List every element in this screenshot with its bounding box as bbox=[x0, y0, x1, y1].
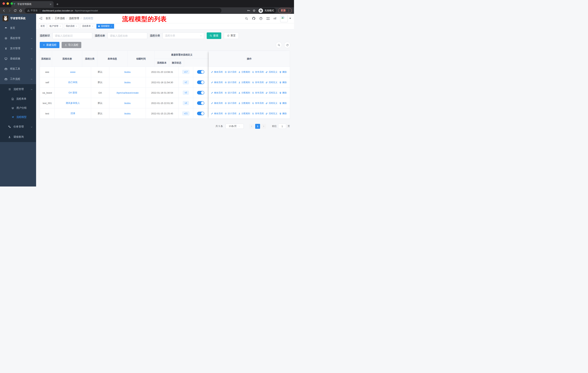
edit-process-link[interactable]: 修改流程 bbox=[211, 71, 223, 74]
sidebar-item-system[interactable]: 系统管理 bbox=[0, 33, 36, 43]
refresh-table-button[interactable] bbox=[284, 42, 290, 48]
home-button[interactable] bbox=[19, 9, 22, 12]
edit-process-link[interactable]: 修改流程 bbox=[211, 81, 223, 84]
search-icon[interactable] bbox=[245, 17, 248, 20]
process-definition-link[interactable]: 流程定义 bbox=[266, 102, 277, 105]
assign-rule-link[interactable]: 分配规则 bbox=[238, 81, 250, 84]
help-icon[interactable] bbox=[259, 17, 263, 20]
prev-page-button[interactable] bbox=[249, 124, 254, 129]
tab-close-icon[interactable] bbox=[49, 3, 52, 5]
browser-tab[interactable]: 芋道管理系统 bbox=[11, 1, 53, 7]
edit-process-link[interactable]: 修改流程 bbox=[211, 112, 223, 115]
sidebar-fold-icon[interactable] bbox=[39, 17, 43, 20]
address-bar[interactable]: 不安全 dashboard.yudao.iocoder.cn/bpm/manag… bbox=[25, 8, 221, 13]
user-avatar-menu[interactable] bbox=[280, 15, 291, 22]
assign-rule-link[interactable]: 分配规则 bbox=[238, 71, 250, 74]
status-toggle[interactable] bbox=[197, 112, 204, 115]
status-toggle[interactable] bbox=[197, 70, 204, 74]
process-definition-link[interactable]: 流程定义 bbox=[266, 71, 277, 74]
create-process-button[interactable]: 新建流程 bbox=[40, 42, 59, 48]
delete-link[interactable]: 删除 bbox=[279, 91, 287, 94]
goto-page-input[interactable] bbox=[278, 124, 286, 129]
close-icon[interactable] bbox=[92, 25, 94, 27]
sidebar-item-process-mgmt[interactable]: 流程管理 bbox=[0, 84, 36, 94]
window-minimize-button[interactable] bbox=[7, 2, 9, 5]
bookmark-star-icon[interactable] bbox=[252, 9, 256, 12]
form-link[interactable]: /bpm/oa/leave/create bbox=[116, 91, 138, 94]
sidebar-item-devtools[interactable]: 研发工具 bbox=[0, 64, 36, 74]
menu-dots-icon[interactable] bbox=[287, 9, 290, 12]
security-warning[interactable]: 不安全 bbox=[27, 9, 38, 12]
import-process-button[interactable]: 导入流程 bbox=[62, 42, 81, 48]
font-size-icon[interactable]: ᴛT bbox=[273, 17, 276, 20]
breadcrumb-workflow[interactable]: 工作流程 bbox=[55, 17, 65, 20]
delete-link[interactable]: 删除 bbox=[279, 102, 287, 105]
page-1-button[interactable]: 1 bbox=[255, 124, 260, 129]
form-link[interactable]: biubiu bbox=[124, 102, 131, 105]
tag-tenant-mgmt[interactable]: 租户管理 bbox=[48, 24, 63, 29]
sidebar-item-home[interactable]: 首页 bbox=[0, 23, 36, 33]
tag-process-model[interactable]: 流程模型 bbox=[96, 24, 114, 29]
sidebar-item-leave-query[interactable]: 请假查询 bbox=[0, 132, 36, 142]
status-toggle[interactable] bbox=[197, 91, 204, 94]
form-link[interactable]: biubiu bbox=[124, 81, 131, 84]
assign-rule-link[interactable]: 分配规则 bbox=[238, 102, 250, 105]
version-badge[interactable]: v17 bbox=[182, 70, 189, 74]
form-link[interactable]: biubiu bbox=[124, 112, 131, 115]
search-button[interactable]: 搜索 bbox=[207, 32, 221, 39]
sidebar-item-task-mgmt[interactable]: 任务管理 bbox=[0, 122, 36, 132]
new-tab-button[interactable] bbox=[55, 1, 60, 7]
publish-process-link[interactable]: 发布流程 bbox=[252, 71, 264, 74]
assign-rule-link[interactable]: 分配规则 bbox=[238, 112, 250, 115]
process-definition-link[interactable]: 流程定义 bbox=[266, 91, 277, 94]
tag-home[interactable]: 首页 bbox=[39, 24, 47, 29]
process-name-link[interactable]: OA 请假 bbox=[69, 91, 77, 94]
close-icon[interactable] bbox=[76, 25, 77, 27]
window-controls[interactable] bbox=[2, 2, 13, 5]
status-toggle[interactable] bbox=[197, 81, 204, 84]
edit-process-link[interactable]: 修改流程 bbox=[211, 91, 223, 94]
publish-process-link[interactable]: 发布流程 bbox=[252, 112, 264, 115]
sidebar-item-user-group[interactable]: 用户分组 bbox=[0, 103, 36, 112]
process-name-link[interactable]: eeee bbox=[70, 71, 75, 73]
process-definition-link[interactable]: 流程定义 bbox=[266, 112, 277, 115]
breadcrumb-home[interactable]: 首页 bbox=[46, 17, 51, 20]
next-page-button[interactable] bbox=[261, 124, 266, 129]
delete-link[interactable]: 删除 bbox=[279, 71, 287, 74]
version-badge[interactable]: v4 bbox=[183, 101, 189, 105]
status-toggle[interactable] bbox=[197, 101, 204, 105]
tag-process-form[interactable]: 流程表单 bbox=[80, 24, 95, 29]
back-button[interactable] bbox=[2, 9, 6, 12]
process-id-input[interactable] bbox=[52, 32, 92, 39]
form-link[interactable]: biubiu bbox=[124, 71, 131, 73]
fullscreen-icon[interactable] bbox=[266, 17, 270, 20]
version-badge[interactable]: v5 bbox=[183, 91, 189, 95]
design-process-link[interactable]: 设计流程 bbox=[225, 71, 236, 74]
avatar[interactable] bbox=[280, 15, 288, 22]
assign-rule-link[interactable]: 分配规则 bbox=[238, 91, 250, 94]
process-definition-link[interactable]: 流程定义 bbox=[266, 81, 277, 84]
version-badge[interactable]: v2 bbox=[183, 80, 189, 84]
process-category-select[interactable]: 流程分类 bbox=[163, 32, 204, 39]
sidebar-item-process-model[interactable]: 流程模型 bbox=[0, 112, 36, 122]
process-name-link[interactable]: 自己审批 bbox=[68, 81, 78, 84]
design-process-link[interactable]: 设计流程 bbox=[225, 91, 236, 94]
close-icon[interactable] bbox=[59, 25, 61, 27]
process-name-input[interactable] bbox=[107, 32, 147, 39]
github-icon[interactable] bbox=[252, 17, 256, 20]
show-search-button[interactable] bbox=[276, 42, 282, 48]
sidebar-item-workflow[interactable]: 工作流程 bbox=[0, 74, 36, 84]
delete-link[interactable]: 删除 bbox=[279, 112, 287, 115]
sidebar-item-process-form[interactable]: 流程表单 bbox=[0, 94, 36, 103]
publish-process-link[interactable]: 发布流程 bbox=[252, 102, 264, 105]
design-process-link[interactable]: 设计流程 bbox=[225, 102, 236, 105]
reset-button[interactable]: 重置 bbox=[224, 32, 239, 39]
design-process-link[interactable]: 设计流程 bbox=[225, 81, 236, 84]
window-close-button[interactable] bbox=[2, 2, 5, 5]
sidebar-item-infra[interactable]: 基础设施 bbox=[0, 53, 36, 64]
password-key-icon[interactable] bbox=[247, 9, 250, 12]
page-size-select[interactable]: 10条/页 bbox=[225, 124, 244, 129]
reload-button[interactable] bbox=[13, 9, 17, 12]
breadcrumb-process-mgmt[interactable]: 流程管理 bbox=[69, 17, 79, 20]
edit-process-link[interactable]: 修改流程 bbox=[211, 102, 223, 105]
